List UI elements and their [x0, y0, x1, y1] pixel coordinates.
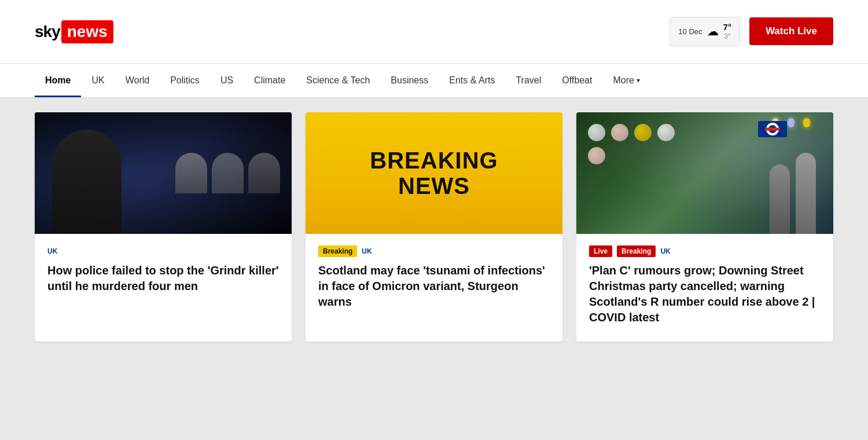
logo-news-text: news: [61, 20, 113, 43]
bauble-2: [611, 124, 628, 141]
card-title-1: How police failed to stop the 'Grindr ki…: [47, 263, 279, 294]
tag-breaking-3: Breaking: [617, 245, 656, 257]
tag-uk-3: UK: [660, 245, 675, 257]
nav-link-ents-arts[interactable]: Ents & Arts: [439, 64, 505, 97]
breaking-line1: BREAKING: [370, 148, 498, 173]
header-right: 10 Dec ☁ 7° 3° Watch Live: [670, 17, 833, 46]
news-cards-grid: UK How police failed to stop the 'Grindr…: [35, 112, 833, 342]
nav-link-science-tech[interactable]: Science & Tech: [296, 64, 380, 97]
card-tags-2: Breaking UK: [318, 245, 550, 257]
bauble-1: [588, 124, 605, 141]
nav-item-science-tech[interactable]: Science & Tech: [296, 64, 380, 97]
card-image-1: [35, 112, 292, 234]
faces-group: [175, 153, 280, 193]
people-silhouettes: [770, 153, 816, 234]
nav-item-us[interactable]: US: [210, 64, 244, 97]
watch-live-button[interactable]: Watch Live: [749, 17, 833, 45]
nav-item-business[interactable]: Business: [380, 64, 439, 97]
christmas-baubles: [588, 124, 692, 164]
weather-widget: 10 Dec ☁ 7° 3°: [670, 17, 740, 46]
face-2: [212, 153, 244, 193]
nav-link-uk[interactable]: UK: [81, 64, 115, 97]
nav-link-climate[interactable]: Climate: [244, 64, 296, 97]
breaking-news-visual: BREAKING NEWS: [370, 148, 498, 199]
card-body-1: UK How police failed to stop the 'Grindr…: [35, 234, 292, 310]
tag-uk-1: UK: [47, 245, 62, 257]
weather-low: 3°: [724, 32, 730, 41]
site-header: sky news 10 Dec ☁ 7° 3° Watch Live: [0, 0, 868, 64]
nav-link-business[interactable]: Business: [380, 64, 439, 97]
bauble-3: [634, 124, 652, 141]
light-3: [803, 118, 810, 127]
figure-silhouette: [52, 130, 122, 234]
nav-list: Home UK World Politics US Climate Scienc…: [35, 64, 833, 97]
main-content: UK How police failed to stop the 'Grindr…: [0, 98, 868, 355]
nav-item-world[interactable]: World: [115, 64, 160, 97]
card-title-3: 'Plan C' rumours grow; Downing Street Ch…: [589, 263, 821, 325]
weather-date: 10 Dec: [678, 27, 702, 36]
nav-link-world[interactable]: World: [115, 64, 160, 97]
chevron-down-icon: ▾: [637, 76, 640, 85]
weather-temperatures: 7° 3°: [723, 22, 731, 41]
breaking-line2: NEWS: [370, 173, 498, 199]
card-body-3: Live Breaking UK 'Plan C' rumours grow; …: [576, 234, 833, 342]
tag-uk-2: UK: [362, 245, 376, 257]
underground-sign: [758, 121, 787, 137]
nav-item-uk[interactable]: UK: [81, 64, 115, 97]
nav-link-politics[interactable]: Politics: [160, 64, 210, 97]
bauble-5: [588, 147, 605, 164]
logo-sky-text: sky: [35, 23, 60, 41]
underground-circle: [766, 123, 779, 135]
bauble-4: [657, 124, 675, 141]
card-image-3: [576, 112, 833, 234]
main-navigation: Home UK World Politics US Climate Scienc…: [0, 64, 868, 98]
person-2: [796, 153, 816, 234]
face-3: [248, 153, 280, 193]
weather-high: 7°: [723, 22, 731, 32]
nav-item-climate[interactable]: Climate: [244, 64, 296, 97]
nav-item-ents-arts[interactable]: Ents & Arts: [439, 64, 505, 97]
news-card-3[interactable]: Live Breaking UK 'Plan C' rumours grow; …: [576, 112, 833, 342]
more-label: More: [613, 75, 634, 86]
nav-link-offbeat[interactable]: Offbeat: [551, 64, 602, 97]
tag-live-3: Live: [589, 245, 612, 257]
site-logo[interactable]: sky news: [35, 20, 113, 43]
card-title-2: Scotland may face 'tsunami of infections…: [318, 263, 550, 310]
face-1: [175, 153, 207, 193]
card-image-2: BREAKING NEWS: [306, 112, 562, 234]
nav-item-politics[interactable]: Politics: [160, 64, 210, 97]
nav-link-home[interactable]: Home: [35, 64, 81, 97]
card-tags-1: UK: [47, 245, 279, 257]
nav-item-home[interactable]: Home: [35, 64, 81, 97]
nav-link-travel[interactable]: Travel: [505, 64, 551, 97]
person-1: [770, 164, 790, 234]
nav-link-more[interactable]: More ▾: [602, 64, 650, 97]
weather-icon: ☁: [707, 24, 719, 38]
nav-item-offbeat[interactable]: Offbeat: [551, 64, 602, 97]
nav-item-more[interactable]: More ▾: [602, 64, 650, 97]
news-card-2[interactable]: BREAKING NEWS Breaking UK Scotland may f…: [306, 112, 562, 342]
light-2: [788, 118, 795, 127]
tag-breaking-2: Breaking: [318, 245, 357, 257]
card-tags-3: Live Breaking UK: [589, 245, 821, 257]
nav-item-travel[interactable]: Travel: [505, 64, 551, 97]
nav-link-us[interactable]: US: [210, 64, 244, 97]
underground-bar: [765, 128, 780, 131]
news-card-1[interactable]: UK How police failed to stop the 'Grindr…: [35, 112, 292, 342]
card-body-2: Breaking UK Scotland may face 'tsunami o…: [306, 234, 562, 326]
